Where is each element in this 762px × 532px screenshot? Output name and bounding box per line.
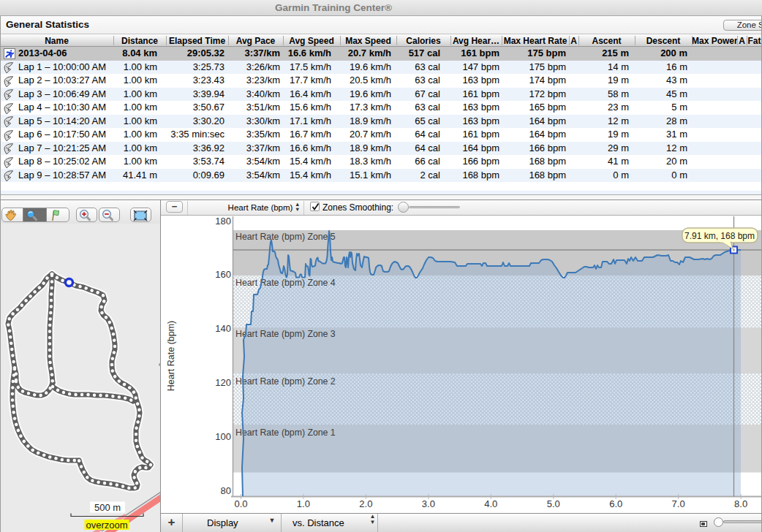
svg-text:80: 80: [221, 485, 231, 496]
svg-text:120: 120: [215, 377, 231, 388]
svg-text:Heart Rate (bpm) Zone 5: Heart Rate (bpm) Zone 5: [235, 232, 336, 242]
svg-text:3.0: 3.0: [422, 498, 435, 509]
svg-text:180: 180: [215, 216, 231, 227]
svg-text:100: 100: [215, 431, 231, 442]
svg-text:7.91 km, 168 bpm: 7.91 km, 168 bpm: [684, 231, 755, 241]
svg-text:140: 140: [215, 323, 231, 334]
svg-text:Heart Rate (bpm): Heart Rate (bpm): [166, 321, 176, 392]
svg-text:160: 160: [215, 269, 231, 280]
svg-text:Heart Rate (bpm) Zone 4: Heart Rate (bpm) Zone 4: [235, 278, 336, 288]
svg-text:0.0: 0.0: [234, 498, 247, 509]
svg-text:4.0: 4.0: [484, 498, 497, 509]
svg-text:2.0: 2.0: [359, 498, 372, 509]
svg-text:1.0: 1.0: [297, 498, 310, 509]
svg-text:overzoom: overzoom: [86, 520, 127, 531]
svg-text:8.0: 8.0: [734, 498, 747, 509]
svg-text:7.0: 7.0: [672, 498, 685, 509]
svg-text:Heart Rate (bpm) Zone 3: Heart Rate (bpm) Zone 3: [235, 329, 336, 339]
svg-text:5.0: 5.0: [547, 498, 560, 509]
svg-text:Heart Rate (bpm) Zone 1: Heart Rate (bpm) Zone 1: [235, 428, 336, 438]
svg-text:500 m: 500 m: [94, 502, 121, 513]
svg-text:Heart Rate (bpm) Zone 2: Heart Rate (bpm) Zone 2: [235, 376, 336, 387]
svg-text:6.0: 6.0: [609, 498, 622, 509]
